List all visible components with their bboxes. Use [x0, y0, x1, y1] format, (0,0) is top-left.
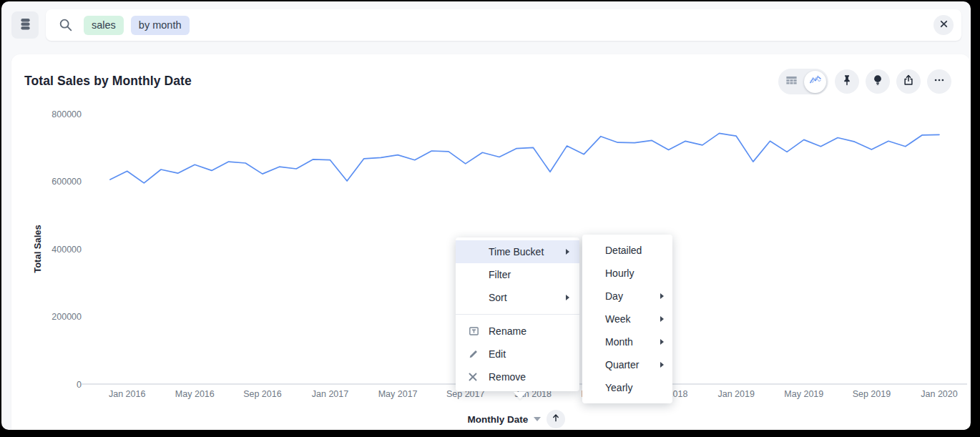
submenu-caret-icon [566, 295, 569, 300]
submenu-caret-icon [660, 293, 664, 299]
menu-item-label: Day [605, 290, 623, 302]
edit-pencil-icon [468, 348, 479, 360]
sort-ascending-button[interactable] [547, 410, 565, 428]
menu-item-label: Sort [489, 292, 507, 303]
svg-text:600000: 600000 [52, 177, 82, 187]
menu-item-label: Week [605, 313, 631, 325]
submenu-item-hourly[interactable]: Hourly [582, 262, 672, 285]
menu-item-time-bucket[interactable]: Time Bucket [456, 240, 579, 263]
time-bucket-submenu: Detailed Hourly Day Week Month Quarter [582, 235, 672, 403]
svg-text:Jan 2016: Jan 2016 [109, 389, 145, 399]
menu-item-label: Hourly [605, 267, 634, 279]
column-context-menu: Time Bucket Filter Sort Rename [456, 237, 579, 391]
submenu-item-detailed[interactable]: Detailed [582, 239, 672, 262]
app-content: sales by month Total Sales by Monthly Da… [1, 1, 971, 430]
submenu-caret-icon [660, 316, 664, 322]
menu-item-label: Filter [489, 269, 511, 280]
svg-text:Sep 2016: Sep 2016 [243, 389, 282, 399]
x-axis-column-label: Monthly Date [468, 414, 529, 425]
arrow-up-icon [551, 413, 561, 426]
remove-x-icon [468, 372, 478, 382]
svg-text:0: 0 [77, 380, 82, 390]
svg-text:400000: 400000 [52, 245, 82, 255]
submenu-item-yearly[interactable]: Yearly [582, 376, 672, 399]
submenu-item-day[interactable]: Day [582, 285, 672, 308]
menu-divider [456, 314, 579, 315]
menu-item-filter[interactable]: Filter [456, 263, 579, 286]
svg-text:Jan 2020: Jan 2020 [921, 389, 957, 399]
menu-item-sort[interactable]: Sort [456, 286, 579, 309]
chevron-down-icon[interactable] [534, 417, 541, 421]
svg-text:May 2017: May 2017 [378, 389, 418, 399]
menu-item-edit[interactable]: Edit [456, 343, 579, 365]
rename-icon [468, 325, 480, 338]
submenu-item-quarter[interactable]: Quarter [582, 353, 672, 376]
svg-text:Sep 2019: Sep 2019 [853, 389, 891, 399]
menu-item-label: Edit [489, 348, 506, 360]
menu-item-label: Rename [489, 325, 526, 337]
menu-item-label: Remove [489, 371, 526, 383]
menu-item-rename[interactable]: Rename [456, 320, 579, 343]
svg-text:Jan 2019: Jan 2019 [717, 389, 754, 399]
submenu-caret-icon [566, 249, 569, 255]
menu-pointer [514, 392, 526, 399]
svg-text:May 2016: May 2016 [175, 389, 215, 399]
submenu-item-month[interactable]: Month [582, 330, 672, 353]
svg-text:Jan 2017: Jan 2017 [312, 389, 348, 399]
submenu-caret-icon [660, 362, 664, 368]
svg-text:200000: 200000 [52, 312, 82, 322]
menu-item-label: Month [605, 336, 633, 348]
menu-item-label: Detailed [605, 245, 642, 256]
svg-text:800000: 800000 [52, 109, 82, 119]
svg-text:Total Sales: Total Sales [32, 225, 43, 273]
x-axis-column-control[interactable]: Monthly Date [445, 408, 588, 430]
app-window: sales by month Total Sales by Monthly Da… [0, 0, 980, 437]
submenu-item-week[interactable]: Week [582, 308, 672, 330]
menu-item-remove[interactable]: Remove [456, 365, 579, 388]
menu-item-label: Yearly [605, 382, 632, 393]
menu-item-label: Quarter [605, 359, 639, 370]
svg-text:May 2019: May 2019 [784, 389, 823, 399]
submenu-caret-icon [660, 339, 664, 345]
menu-item-label: Time Bucket [489, 246, 544, 257]
